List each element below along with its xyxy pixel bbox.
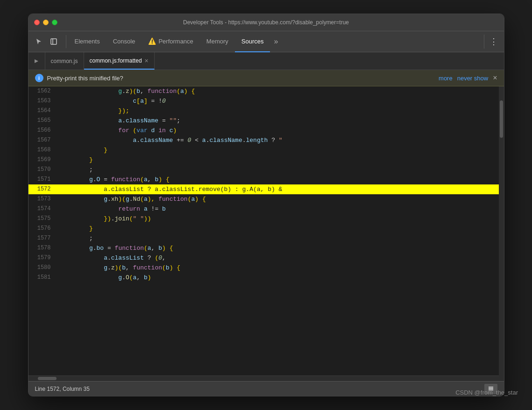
cursor-position: Line 1572, Column 35 xyxy=(35,386,90,392)
table-row: 1581 g.O(a, b) xyxy=(28,273,499,283)
tab-sources[interactable]: Sources xyxy=(235,31,270,52)
status-bar: Line 1572, Column 35 xyxy=(28,381,504,396)
dock-icon[interactable] xyxy=(47,35,60,48)
table-row: 1576 } xyxy=(28,224,499,233)
table-row: 1564 }); xyxy=(28,106,499,116)
file-tab-bar: common.js common.js:formatted × xyxy=(28,52,504,70)
table-row: 1578 g.bo = function(a, b) { xyxy=(28,243,499,253)
table-row: 1574 return a != b xyxy=(28,204,499,214)
tab-performance[interactable]: ⚠️ Performance xyxy=(142,31,199,52)
pretty-print-close-button[interactable]: × xyxy=(493,74,497,82)
table-row: 1580 g.z)(b, function(b) { xyxy=(28,263,499,273)
traffic-lights xyxy=(34,20,57,25)
file-tab-common-js[interactable]: common.js xyxy=(45,52,84,70)
toolbar-menu-button[interactable]: ⋮ xyxy=(487,35,500,48)
pretty-print-bar: i Pretty-print this minified file? more … xyxy=(28,70,504,86)
code-lines: 1562 g.z)(b, function(a) { 1563 c[a] = !… xyxy=(28,86,499,375)
cursor-icon[interactable] xyxy=(32,35,45,48)
pretty-print-never-show-link[interactable]: never show xyxy=(457,75,488,82)
svg-rect-0 xyxy=(51,39,57,44)
maximize-traffic-light[interactable] xyxy=(52,20,57,25)
code-editor[interactable]: 1562 g.z)(b, function(a) { 1563 c[a] = !… xyxy=(28,86,504,381)
svg-marker-2 xyxy=(35,59,38,63)
panel-toggle-button[interactable] xyxy=(28,52,45,70)
toolbar: Elements Console ⚠️ Performance Memory S… xyxy=(28,31,504,52)
svg-rect-3 xyxy=(489,387,493,388)
pretty-print-message: i Pretty-print this minified file? xyxy=(35,74,123,82)
minimize-traffic-light[interactable] xyxy=(43,20,49,25)
table-row: 1577 ; xyxy=(28,233,499,243)
toolbar-divider xyxy=(484,35,484,49)
close-traffic-light[interactable] xyxy=(34,20,40,25)
table-row: 1567 a.className += 0 < a.className.leng… xyxy=(28,135,499,145)
vertical-scrollbar[interactable] xyxy=(499,86,504,381)
tab-console[interactable]: Console xyxy=(106,31,142,52)
table-row: 1565 a.className = ""; xyxy=(28,116,499,126)
table-row: 1568 } xyxy=(28,145,499,155)
horizontal-scrollbar-thumb[interactable] xyxy=(38,377,57,380)
table-row: 1579 a.classList ? (0, xyxy=(28,253,499,263)
tab-elements[interactable]: Elements xyxy=(68,31,106,52)
window-title: Developer Tools - https://www.youtube.co… xyxy=(183,19,349,26)
table-row: 1575 }).join(" ")) xyxy=(28,214,499,224)
file-tab-common-js-formatted[interactable]: common.js:formatted × xyxy=(84,52,155,70)
warn-icon: ⚠️ xyxy=(148,37,156,45)
close-tab-button[interactable]: × xyxy=(145,57,149,64)
table-row: 1573 g.xh)(g.Nd(a), function(a) { xyxy=(28,194,499,204)
nav-tabs: Elements Console ⚠️ Performance Memory S… xyxy=(68,31,481,52)
title-bar: Developer Tools - https://www.youtube.co… xyxy=(28,14,504,31)
table-row: 1566 for (var d in c) xyxy=(28,126,499,135)
horizontal-scrollbar[interactable] xyxy=(28,375,499,381)
tab-memory[interactable]: Memory xyxy=(200,31,235,52)
table-row: 1571 g.O = function(a, b) { xyxy=(28,175,499,184)
vertical-scrollbar-thumb[interactable] xyxy=(500,100,503,138)
devtools-window: Developer Tools - https://www.youtube.co… xyxy=(28,14,504,396)
watermark: CSDN @from_the_star xyxy=(455,389,518,396)
table-row: 1569 } xyxy=(28,155,499,165)
table-row: 1563 c[a] = !0 xyxy=(28,96,499,106)
table-row: 1562 g.z)(b, function(a) { xyxy=(28,86,499,96)
toolbar-icons xyxy=(32,35,66,48)
pretty-print-actions: more never show × xyxy=(439,74,497,82)
pretty-print-more-link[interactable]: more xyxy=(439,75,453,82)
more-tabs-button[interactable]: » xyxy=(270,31,282,52)
table-row: 1570 ; xyxy=(28,165,499,175)
info-icon: i xyxy=(35,74,43,82)
table-row: 1572 a.classList ? a.classList.remove(b)… xyxy=(28,184,499,194)
